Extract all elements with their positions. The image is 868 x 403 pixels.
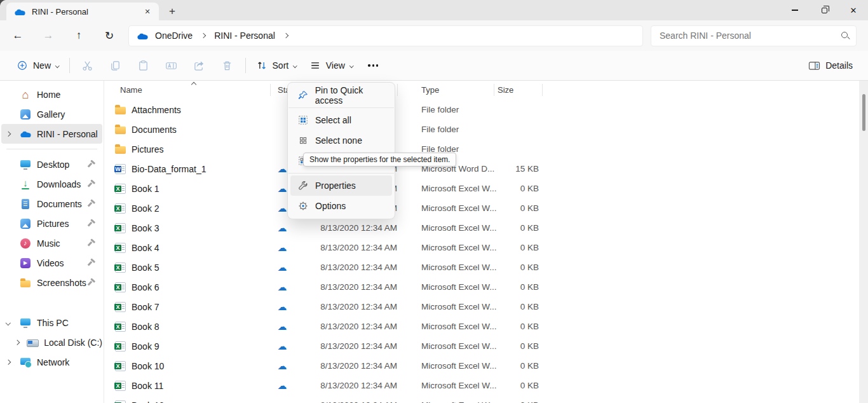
cloud-status-icon: ☁ [276, 203, 288, 213]
file-row[interactable]: Book 10 ☁ 8/13/2020 12:34 AM Microsoft E… [104, 356, 868, 376]
chevron-right-icon[interactable] [6, 132, 11, 137]
sidebar-item-local-disk[interactable]: Local Disk (C:) [1, 332, 102, 352]
toolbar-separator [69, 58, 70, 73]
chevron-right-icon[interactable] [15, 340, 20, 345]
menu-item-select-all[interactable]: Select all [290, 110, 392, 130]
file-row[interactable]: Book 7 ☁ 8/13/2020 12:34 AM Microsoft Ex… [104, 297, 868, 317]
close-button[interactable]: ✕ [839, 0, 868, 20]
file-row[interactable]: Book 6 ☁ 8/13/2020 12:34 AM Microsoft Ex… [104, 277, 868, 297]
tab-title: RINI - Personal [32, 7, 141, 17]
view-button[interactable]: View [303, 54, 360, 77]
file-name: Book 9 [132, 341, 159, 352]
sort-icon [256, 60, 268, 71]
sidebar-item-screenshots[interactable]: Screenshots [1, 273, 102, 292]
delete-button[interactable] [214, 54, 241, 77]
refresh-button[interactable]: ↻ [98, 25, 121, 46]
new-tab-button[interactable]: + [164, 4, 180, 19]
address-bar[interactable]: OneDrive RINI - Personal [128, 25, 643, 46]
search-box[interactable] [651, 25, 857, 46]
share-button[interactable] [186, 54, 214, 77]
toolbar-separator [245, 58, 246, 73]
title-bar: RINI - Personal ✕ + ✕ [0, 0, 868, 20]
sort-button-label: Sort [273, 60, 289, 71]
file-size: 0 KB [479, 203, 539, 213]
file-row[interactable]: Book 11 ☁ 8/13/2020 12:34 AM Microsoft E… [104, 376, 868, 395]
file-name: Book 5 [132, 263, 159, 273]
chevron-right-icon[interactable] [6, 360, 11, 365]
sidebar-item-documents[interactable]: Documents [1, 194, 102, 214]
restore-button[interactable] [810, 0, 839, 20]
menu-item-select-none[interactable]: Select none [290, 130, 392, 151]
back-button[interactable]: ← [6, 25, 29, 46]
file-name: Attachments [132, 105, 181, 115]
file-type-icon [115, 243, 126, 253]
breadcrumb-current[interactable]: RINI - Personal [212, 31, 278, 41]
file-date-modified: 8/13/2020 12:34 AM [314, 400, 397, 403]
properties-tooltip: Show the properties for the selected ite… [303, 153, 456, 167]
file-row[interactable]: Book 2 ☁ 8/13/2020 12:34 AM Microsoft Ex… [104, 198, 868, 218]
minimize-button[interactable] [780, 0, 810, 20]
scrollbar-thumb[interactable] [862, 94, 865, 131]
forward-button[interactable]: → [37, 25, 60, 46]
file-row[interactable]: Book 5 ☁ 8/13/2020 12:34 AM Microsoft Ex… [104, 257, 868, 277]
file-date-modified: 8/13/2020 12:34 AM [314, 322, 397, 331]
share-icon [193, 60, 205, 72]
column-header-size[interactable]: Size [498, 85, 513, 95]
file-row[interactable]: Pictures File folder [104, 139, 868, 159]
menu-item-properties[interactable]: Properties [290, 175, 392, 196]
column-header-name[interactable]: Name [120, 85, 142, 95]
details-button[interactable]: Details [803, 54, 858, 77]
column-header-type[interactable]: Type [421, 85, 439, 95]
file-row[interactable]: Book 4 ☁ 8/13/2020 12:34 AM Microsoft Ex… [104, 238, 868, 257]
sidebar-item-music[interactable]: Music [1, 233, 102, 253]
pin-icon [85, 257, 96, 268]
menu-item-options[interactable]: Options [290, 196, 392, 216]
sidebar-item-home[interactable]: Home [1, 85, 102, 104]
vertical-scrollbar[interactable] [859, 81, 868, 403]
file-row[interactable]: Documents File folder [104, 120, 868, 139]
column-separator[interactable] [542, 84, 543, 96]
cut-button[interactable] [74, 54, 102, 77]
column-separator[interactable] [397, 84, 398, 96]
sidebar-item-desktop[interactable]: Desktop [1, 154, 102, 174]
file-row[interactable]: Book 3 ☁ 8/13/2020 12:34 AM Microsoft Ex… [104, 218, 868, 238]
file-row[interactable]: Book 9 ☁ 8/13/2020 12:34 AM Microsoft Ex… [104, 336, 868, 356]
file-date-modified: 8/13/2020 12:34 AM [314, 361, 397, 371]
copy-icon [109, 60, 121, 72]
column-separator[interactable] [270, 84, 271, 96]
see-more-button[interactable] [359, 54, 387, 77]
chevron-down-icon[interactable] [6, 320, 11, 325]
sidebar-item-this-pc[interactable]: This PC [1, 313, 102, 332]
file-type-icon [115, 184, 126, 194]
file-name: Book 8 [132, 322, 159, 332]
paste-button[interactable] [130, 54, 158, 77]
sidebar-item-pictures[interactable]: Pictures [1, 214, 102, 233]
file-type-icon [115, 107, 126, 114]
view-button-label: View [326, 60, 345, 71]
file-size: 0 KB [479, 263, 539, 272]
menu-item-pin-to-quick-access[interactable]: Pin to Quick access [290, 85, 392, 106]
sidebar-item-onedrive[interactable]: RINI - Personal [1, 124, 102, 144]
rename-button[interactable] [158, 54, 186, 77]
file-row[interactable]: Bio-Data_format_1 ☁ 8/13/2020 12:34 AM M… [104, 159, 868, 179]
sidebar-item-network[interactable]: Network [1, 352, 102, 372]
onedrive-breadcrumb-icon [137, 32, 147, 39]
file-row[interactable]: Attachments File folder [104, 100, 868, 120]
sort-button[interactable]: Sort [250, 54, 303, 77]
breadcrumb-onedrive[interactable]: OneDrive [153, 31, 195, 41]
file-row[interactable]: Book 1 ☁ 8/13/2020 12:34 AM Microsoft Ex… [104, 179, 868, 198]
copy-button[interactable] [102, 54, 130, 77]
up-button[interactable]: ↑ [67, 25, 90, 46]
file-row[interactable]: Book 8 ☁ 8/13/2020 12:34 AM Microsoft Ex… [104, 317, 868, 336]
file-type-icon [115, 341, 126, 352]
explorer-tab[interactable]: RINI - Personal ✕ [6, 3, 159, 20]
sidebar-item-gallery[interactable]: Gallery [1, 104, 102, 124]
file-row[interactable]: Book 12 ☁ 8/13/2020 12:34 AM Microsoft E… [104, 395, 868, 403]
new-button[interactable]: New [10, 54, 65, 77]
sidebar-item-downloads[interactable]: Downloads [1, 174, 102, 194]
column-separator[interactable] [494, 84, 494, 96]
tab-close-icon[interactable]: ✕ [141, 5, 154, 18]
search-input[interactable] [660, 31, 841, 41]
sidebar-item-videos[interactable]: Videos [1, 253, 102, 273]
pin-icon [85, 237, 96, 249]
